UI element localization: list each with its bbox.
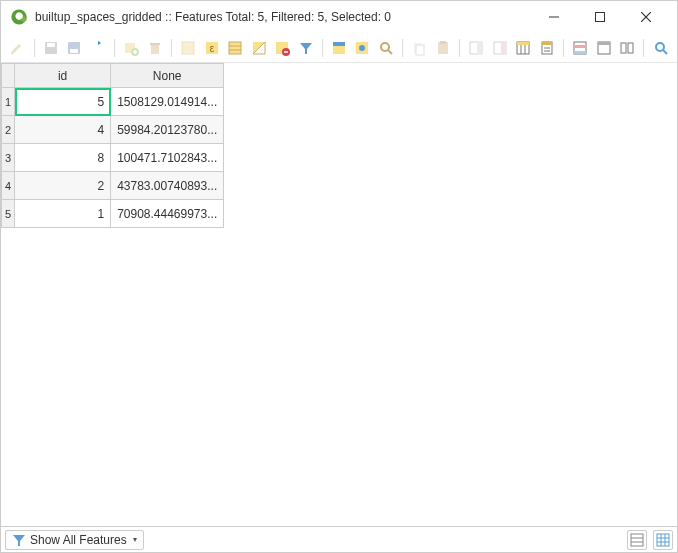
actions-icon[interactable]: [593, 37, 614, 59]
svg-rect-3: [596, 13, 605, 22]
delete-column-icon[interactable]: [490, 37, 511, 59]
zoom-icon[interactable]: [650, 37, 671, 59]
svg-rect-19: [229, 42, 241, 54]
svg-rect-36: [477, 42, 482, 54]
table-row[interactable]: 38100471.7102843...: [2, 144, 224, 172]
svg-rect-15: [150, 43, 160, 45]
toolbar: ε: [1, 33, 677, 63]
svg-text:ε: ε: [209, 43, 214, 54]
cell-id[interactable]: 5: [15, 88, 111, 116]
svg-rect-14: [151, 45, 159, 54]
deselect-all-icon[interactable]: [272, 37, 293, 59]
svg-rect-38: [501, 42, 506, 54]
filter-icon[interactable]: [295, 37, 316, 59]
select-expression-icon[interactable]: ε: [201, 37, 222, 59]
filter-mode-button[interactable]: Show All Features ▾: [5, 530, 144, 550]
move-top-icon[interactable]: [329, 37, 350, 59]
svg-rect-44: [542, 42, 552, 45]
reload-icon[interactable]: [87, 37, 108, 59]
toolbar-separator: [322, 39, 323, 57]
table-area: id None 151508129.014914...2459984.20123…: [1, 63, 677, 526]
svg-point-28: [359, 45, 365, 51]
cell-id[interactable]: 4: [15, 116, 111, 144]
cut-icon[interactable]: [178, 37, 199, 59]
filter-mode-label: Show All Features: [30, 533, 127, 547]
zoom-to-selected-icon[interactable]: [376, 37, 397, 59]
toolbar-separator: [34, 39, 35, 57]
cell-value[interactable]: 59984.20123780...: [111, 116, 224, 144]
save-edits-icon[interactable]: [40, 37, 61, 59]
new-column-icon[interactable]: [466, 37, 487, 59]
svg-rect-16: [182, 42, 194, 54]
table-view-icon[interactable]: [653, 530, 673, 550]
paste-rows-icon[interactable]: [433, 37, 454, 59]
svg-rect-59: [657, 534, 669, 546]
toolbar-separator: [459, 39, 460, 57]
cell-id[interactable]: 8: [15, 144, 111, 172]
svg-rect-26: [333, 42, 345, 46]
invert-selection-icon[interactable]: [248, 37, 269, 59]
save-icon[interactable]: [64, 37, 85, 59]
select-all-icon[interactable]: [225, 37, 246, 59]
dropdown-arrow-icon: ▾: [133, 535, 137, 544]
field-calculator-icon[interactable]: [537, 37, 558, 59]
cell-value[interactable]: 43783.00740893...: [111, 172, 224, 200]
row-number[interactable]: 1: [2, 88, 15, 116]
cell-id[interactable]: 2: [15, 172, 111, 200]
dock-icon[interactable]: [617, 37, 638, 59]
svg-rect-1: [23, 16, 25, 22]
svg-point-54: [656, 43, 664, 51]
row-number[interactable]: 5: [2, 200, 15, 228]
toolbar-separator: [402, 39, 403, 57]
edit-pencil-icon[interactable]: [7, 37, 28, 59]
table-row[interactable]: 151508129.014914...: [2, 88, 224, 116]
toolbar-separator: [171, 39, 172, 57]
cell-value[interactable]: 100471.7102843...: [111, 144, 224, 172]
maximize-button[interactable]: [577, 2, 623, 32]
column-header-id[interactable]: id: [15, 64, 111, 88]
close-button[interactable]: [623, 2, 669, 32]
corner-header[interactable]: [2, 64, 15, 88]
svg-rect-48: [574, 45, 586, 48]
form-view-icon[interactable]: [627, 530, 647, 550]
statusbar: Show All Features ▾: [1, 526, 677, 552]
svg-rect-51: [598, 42, 610, 45]
svg-line-30: [388, 50, 392, 54]
svg-point-29: [381, 43, 389, 51]
qgis-icon: [9, 7, 29, 27]
svg-rect-7: [47, 43, 55, 47]
row-number[interactable]: 4: [2, 172, 15, 200]
window-title: builtup_spaces_gridded :: Features Total…: [35, 10, 531, 24]
window-controls: [531, 2, 669, 32]
column-header-none[interactable]: None: [111, 64, 224, 88]
delete-selected-icon[interactable]: [144, 37, 165, 59]
cell-value[interactable]: 1508129.014914...: [111, 88, 224, 116]
cell-value[interactable]: 70908.44469973...: [111, 200, 224, 228]
organize-columns-icon[interactable]: [513, 37, 534, 59]
svg-rect-49: [574, 51, 586, 54]
svg-rect-53: [628, 43, 633, 53]
toolbar-separator: [563, 39, 564, 57]
svg-rect-42: [517, 42, 529, 45]
attribute-table-window: builtup_spaces_gridded :: Features Total…: [0, 0, 678, 553]
conditional-format-icon[interactable]: [570, 37, 591, 59]
toolbar-separator: [114, 39, 115, 57]
svg-rect-32: [416, 45, 424, 55]
pan-to-selected-icon[interactable]: [352, 37, 373, 59]
minimize-button[interactable]: [531, 2, 577, 32]
svg-rect-52: [621, 43, 626, 53]
copy-rows-icon[interactable]: [409, 37, 430, 59]
attribute-table[interactable]: id None 151508129.014914...2459984.20123…: [1, 63, 224, 228]
cell-id[interactable]: 1: [15, 200, 111, 228]
svg-rect-9: [70, 49, 78, 53]
titlebar: builtup_spaces_gridded :: Features Total…: [1, 1, 677, 33]
table-row[interactable]: 2459984.20123780...: [2, 116, 224, 144]
add-feature-icon[interactable]: [121, 37, 142, 59]
row-number[interactable]: 2: [2, 116, 15, 144]
table-row[interactable]: 4243783.00740893...: [2, 172, 224, 200]
table-row[interactable]: 5170908.44469973...: [2, 200, 224, 228]
svg-rect-56: [631, 534, 643, 546]
row-number[interactable]: 3: [2, 144, 15, 172]
toolbar-separator: [643, 39, 644, 57]
svg-rect-34: [440, 41, 446, 44]
